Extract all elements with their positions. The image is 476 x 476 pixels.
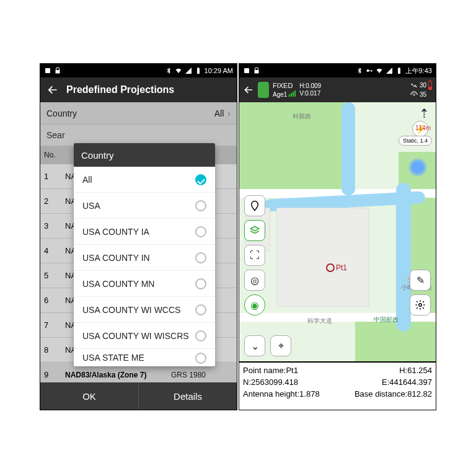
filter-label: Country [46, 108, 77, 118]
edit-gesture-button[interactable]: ✎ [410, 270, 431, 291]
map-scale: 114m [415, 125, 431, 131]
dropdown-item-label: USA [82, 201, 100, 211]
details-button[interactable]: Details [139, 382, 237, 410]
row-no: 8 [44, 345, 65, 355]
key-icon [366, 67, 373, 74]
status-time: 上午9:43 [405, 66, 432, 76]
signal-icon [185, 67, 192, 74]
dropdown-item-all[interactable]: All [74, 167, 215, 193]
info-pointname: Pt1 [286, 366, 298, 375]
search-row[interactable]: Sear [40, 125, 237, 146]
info-ant-label: Antenna height: [243, 389, 299, 399]
dropdown-item[interactable]: USA COUNTY IN [74, 245, 215, 271]
dropdown-item-label: USA COUNTY MN [82, 279, 154, 289]
row-no: 4 [44, 246, 65, 255]
info-base: 812.82 [407, 389, 432, 399]
radio-icon [195, 353, 206, 364]
signal-bars-icon [289, 90, 296, 97]
row-grs: GRS 1980 [171, 371, 233, 379]
dropdown-title: Country [74, 143, 215, 167]
chevron-right-icon: › [227, 108, 231, 118]
current-location-icon [408, 158, 427, 177]
row-no: 6 [44, 296, 65, 305]
fix-status: FIXED [273, 82, 296, 89]
h-accuracy: H:0.009 [299, 83, 321, 89]
svg-point-10 [419, 304, 422, 307]
back-icon[interactable] [243, 84, 254, 95]
map-label: 科荫路 [293, 112, 311, 121]
row-name: NAD83/Alaska (Zone 7) [65, 371, 171, 379]
svg-rect-2 [198, 68, 199, 68]
search-label: Sear [46, 130, 65, 140]
radio-icon [195, 278, 206, 289]
lock-icon [253, 67, 260, 74]
svg-rect-3 [244, 68, 249, 73]
dropdown-item-label: USA COUNTY WI WISCRS [82, 331, 189, 341]
row-no: 1 [44, 172, 65, 181]
status-bar-right: 上午9:43 [239, 64, 436, 77]
mode-chip[interactable]: Static, 1.4 [399, 136, 432, 146]
country-dropdown: Country All USA USA COUNTY IA USA COUNTY… [74, 143, 215, 366]
dropdown-item-label: USA STATE ME [82, 353, 144, 363]
bluetooth-icon [165, 67, 172, 74]
target-button[interactable]: ⌖ [270, 335, 291, 356]
dropdown-item-label: USA COUNTY IN [82, 253, 150, 263]
info-pointname-label: Point name: [243, 366, 286, 375]
svg-rect-1 [197, 68, 200, 74]
battery-icon [195, 67, 202, 74]
svg-rect-6 [371, 71, 372, 73]
signal-icon [386, 67, 393, 74]
dropdown-item[interactable]: USA STATE ME [74, 349, 215, 366]
age-label: Age1 [273, 91, 287, 98]
map-label: 中国邮政 [374, 315, 399, 324]
point-marker: Pt1 [326, 263, 347, 272]
svg-rect-7 [398, 68, 400, 74]
svg-rect-8 [399, 68, 400, 68]
layers-button[interactable] [244, 220, 265, 241]
battery-low-icon [428, 81, 432, 90]
collapse-button[interactable]: ⌄ [244, 335, 265, 356]
row-no: 9 [44, 370, 65, 379]
filter-value: All [214, 108, 224, 118]
back-icon[interactable] [46, 84, 59, 96]
info-base-label: Base distance: [355, 389, 407, 399]
country-filter-row[interactable]: Country All› [40, 102, 237, 125]
page-title: Predefined Projections [66, 84, 174, 95]
dropdown-item[interactable]: USA COUNTY MN [74, 271, 215, 297]
svg-point-4 [366, 69, 369, 72]
map-canvas[interactable]: 科荫路 科学大道 交通银行 小时自动银 中国邮政 Pt1 ⇡ ⚡ Static,… [239, 102, 436, 361]
sat-count-1: 30 [420, 82, 426, 89]
radio-icon [195, 226, 206, 237]
settings-button[interactable] [410, 294, 431, 315]
receiver-icon[interactable] [258, 82, 269, 98]
sat-count-2: 35 [420, 92, 426, 98]
record-button[interactable]: ◉ [244, 294, 265, 315]
dropdown-item[interactable]: USA COUNTY IA [74, 219, 215, 245]
info-h: 61.254 [407, 366, 432, 375]
dropdown-item[interactable]: USA [74, 193, 215, 219]
info-e: 441644.397 [389, 377, 432, 387]
compass-icon: ⇡ [419, 106, 430, 121]
gps-status-bar: FIXED Age1 H:0.009 V:0.017 30 35 [239, 77, 436, 102]
radio-icon [195, 304, 206, 315]
dropdown-item[interactable]: USA COUNTY WI WISCRS [74, 323, 215, 349]
ok-button[interactable]: OK [40, 382, 139, 410]
row-no: 5 [44, 271, 65, 280]
info-h-label: H: [399, 366, 407, 375]
broadcast-icon [410, 91, 418, 99]
info-n-label: N: [243, 377, 251, 387]
row-no: 7 [44, 320, 65, 330]
point-history-button[interactable] [244, 195, 265, 216]
radio-selected-icon [195, 174, 206, 185]
lock-icon [54, 67, 61, 74]
dropdown-item-label: USA COUNTY IA [82, 227, 149, 237]
wifi-icon [175, 67, 182, 74]
satellite-icon [410, 82, 418, 89]
locate-button[interactable]: ◎ [244, 270, 265, 291]
title-bar: Predefined Projections [40, 77, 237, 102]
radio-icon [195, 200, 206, 211]
fullscreen-button[interactable]: ⛶ [244, 245, 265, 266]
svg-rect-5 [369, 71, 372, 71]
dropdown-item[interactable]: USA COUNTY WI WCCS [74, 297, 215, 323]
point-info-panel: Point name:Pt1 H:61.254 N:2563099.418 E:… [239, 361, 436, 410]
